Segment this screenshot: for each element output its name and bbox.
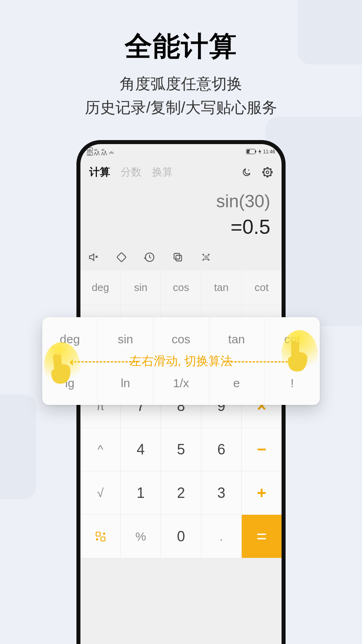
- key-6[interactable]: 6: [202, 428, 242, 471]
- status-bar: HD HD 46 46 34 11:46: [80, 144, 282, 156]
- svg-text:HD: HD: [88, 149, 91, 151]
- svg-text:HD: HD: [88, 153, 91, 155]
- sci-key-cos[interactable]: cos: [153, 317, 209, 361]
- sci-key-1/x[interactable]: 1/x: [153, 361, 209, 405]
- sci-key-sin[interactable]: sin: [121, 270, 161, 305]
- key-0[interactable]: 0: [161, 515, 201, 558]
- svg-text:34: 34: [248, 150, 252, 154]
- bg-decoration: [0, 394, 36, 499]
- sci-key-cot[interactable]: cot: [265, 317, 320, 361]
- svg-point-10: [266, 171, 269, 173]
- sci-key-ln[interactable]: ln: [98, 361, 153, 405]
- key-⇆[interactable]: [80, 515, 121, 558]
- key-%[interactable]: %: [121, 515, 161, 558]
- key-√[interactable]: √: [80, 471, 121, 515]
- svg-rect-7: [255, 151, 256, 153]
- key-+[interactable]: +: [242, 471, 282, 515]
- status-signal-icons: HD HD 46 46: [87, 147, 115, 156]
- key-^[interactable]: ^: [80, 428, 121, 471]
- sci-key-sin[interactable]: sin: [98, 317, 153, 361]
- sci-key-tan[interactable]: tan: [209, 317, 265, 361]
- svg-rect-13: [176, 255, 181, 261]
- svg-rect-17: [101, 537, 105, 541]
- display-expression: sin(30): [92, 191, 270, 211]
- svg-rect-14: [174, 254, 180, 259]
- svg-rect-16: [96, 532, 100, 536]
- capitalize-button[interactable]: 壹: [200, 252, 212, 264]
- key-4[interactable]: 4: [121, 428, 161, 471]
- svg-rect-11: [117, 252, 126, 262]
- keypad: degsincostancot lgln1/xe! C()÷π789×^456−…: [80, 270, 282, 558]
- marketing-subtitle: 角度弧度任意切换 历史记录/复制/大写贴心服务: [0, 72, 362, 120]
- tab-fraction[interactable]: 分数: [121, 165, 142, 179]
- history-button[interactable]: [144, 252, 155, 264]
- sci-key-e[interactable]: e: [209, 361, 265, 405]
- display-result: =0.5: [92, 215, 270, 239]
- sci-key-deg[interactable]: deg: [80, 270, 121, 305]
- sci-key-tan[interactable]: tan: [202, 270, 242, 305]
- key-5[interactable]: 5: [161, 428, 201, 471]
- key-2[interactable]: 2: [161, 471, 201, 515]
- key-3[interactable]: 3: [202, 471, 242, 515]
- settings-button[interactable]: [262, 167, 273, 178]
- svg-text:46: 46: [101, 149, 105, 151]
- sci-key-lg[interactable]: lg: [42, 361, 98, 405]
- key-−[interactable]: −: [242, 428, 282, 471]
- copy-button[interactable]: [172, 252, 183, 264]
- charging-icon: [258, 149, 261, 155]
- sound-toggle[interactable]: [88, 252, 99, 264]
- marketing-title: 全能计算: [0, 28, 362, 65]
- sci-key-cos[interactable]: cos: [161, 270, 201, 305]
- battery-icon: 34: [246, 149, 257, 155]
- tab-calc[interactable]: 计算: [89, 165, 110, 179]
- rotate-button[interactable]: [116, 252, 127, 264]
- tab-convert[interactable]: 换算: [152, 165, 173, 179]
- key-=[interactable]: =: [242, 515, 282, 558]
- svg-text:46: 46: [94, 149, 97, 151]
- dark-mode-button[interactable]: [241, 167, 252, 178]
- swipe-sci-panel[interactable]: degsincostancot lgln1/xe! 左右滑动, 切换算法: [42, 317, 320, 405]
- svg-text:壹: 壹: [204, 255, 209, 260]
- sci-key-![interactable]: !: [265, 361, 320, 405]
- sci-key-deg[interactable]: deg: [42, 317, 98, 361]
- sci-key-cot[interactable]: cot: [242, 270, 282, 305]
- key-1[interactable]: 1: [121, 471, 161, 515]
- key-.[interactable]: .: [202, 515, 242, 558]
- status-time: 11:46: [263, 149, 275, 155]
